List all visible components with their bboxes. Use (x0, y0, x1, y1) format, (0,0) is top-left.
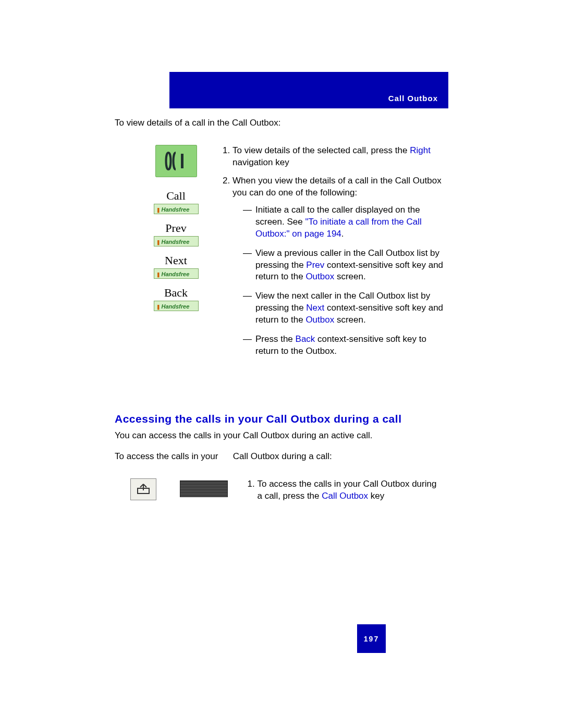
text: . (341, 229, 344, 239)
list-item: To access the calls in your Call Outbox … (257, 478, 436, 502)
text: navigation key (232, 157, 289, 167)
text: Press the (255, 334, 296, 344)
softkey-label: Back (151, 286, 201, 300)
text: When you view the details of a call in t… (232, 176, 442, 198)
list-item: View a previous caller in the Call Outbo… (243, 248, 448, 283)
inline-link[interactable]: Right (410, 145, 431, 155)
softkey-label: Prev (151, 221, 201, 235)
document-page: Call Outbox To view details of a call in… (0, 0, 563, 728)
header-bar: Call Outbox (169, 72, 448, 108)
text: screen. (334, 315, 365, 325)
text: key (368, 491, 384, 501)
instruction-text: To access the calls in your Call Outbox … (243, 478, 436, 502)
softkey-back: Back Handsfree (151, 286, 201, 311)
section-paragraph: To access the calls in your Call Outbox … (115, 451, 332, 462)
instruction-row: To access the calls in your Call Outbox … (130, 478, 448, 502)
inline-link[interactable]: Prev (306, 260, 324, 270)
text: screen. (334, 272, 365, 281)
handsfree-button[interactable]: Handsfree (154, 268, 199, 279)
dash-list: Initiate a call to the caller displayed … (232, 204, 448, 357)
inline-link[interactable]: Call Outbox (322, 491, 368, 501)
inline-link[interactable]: Outbox (305, 272, 334, 281)
softkey-column: Call Handsfree Prev Handsfree Next Hands… (151, 145, 201, 318)
header-title: Call Outbox (388, 94, 438, 103)
softkey-call: Call Handsfree (151, 189, 201, 214)
instruction-column: To view details of the selected call, pr… (219, 145, 448, 365)
text: To view details of the selected call, pr… (232, 145, 410, 155)
handsfree-button[interactable]: Handsfree (154, 204, 199, 214)
softkey-prev: Prev Handsfree (151, 221, 201, 246)
inline-link[interactable]: Back (296, 334, 315, 344)
handsfree-button[interactable]: Handsfree (154, 301, 199, 311)
svg-rect-0 (181, 154, 183, 168)
list-item: When you view the details of a call in t… (232, 175, 448, 357)
instruction-list: To view details of the selected call, pr… (219, 145, 448, 357)
inline-link[interactable]: Next (306, 303, 324, 313)
list-item: Initiate a call to the caller displayed … (243, 204, 448, 240)
right-navigation-key-icon (155, 145, 197, 177)
intro-text: To view details of a call in the Call Ou… (115, 118, 280, 128)
softkey-label: Call (151, 189, 201, 203)
handsfree-button[interactable]: Handsfree (154, 236, 199, 246)
list-item: View the next caller in the Call Outbox … (243, 290, 448, 326)
section-paragraph: You can access the calls in your Call Ou… (115, 430, 373, 441)
list-item: To view details of the selected call, pr… (232, 145, 448, 169)
list-item: Press the Back context-sensitive soft ke… (243, 334, 448, 357)
softkey-next: Next Handsfree (151, 254, 201, 279)
section-heading: Accessing the calls in your Call Outbox … (115, 413, 401, 425)
call-outbox-icon (130, 478, 156, 500)
softkey-label: Next (151, 254, 201, 267)
hardware-key-icon (180, 480, 228, 497)
page-number: 197 (357, 624, 386, 653)
inline-link[interactable]: Outbox (305, 315, 334, 325)
